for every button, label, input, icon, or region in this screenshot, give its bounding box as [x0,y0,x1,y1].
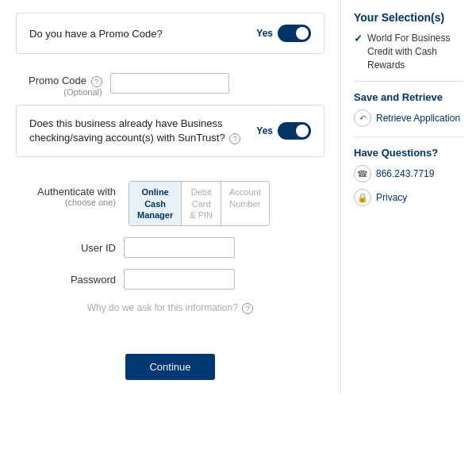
retrieve-icon: ↶ [354,109,371,127]
promo-code-input[interactable] [110,73,229,94]
promo-field-label-main: Promo Code ? [29,75,102,87]
promo-label-text: Promo Code [29,75,86,86]
business-info-icon[interactable]: ? [229,133,240,144]
phone-number: 866.243.7719 [376,168,434,179]
promo-toggle-container: Yes [256,25,311,42]
check-icon: ✓ [354,33,363,44]
user-id-row: User ID [29,237,312,258]
password-label: Password [29,274,116,286]
business-question: Does this business already have Business… [29,117,256,145]
user-id-label: User ID [29,242,116,254]
authenticate-section: Authenticate with (choose one) OnlineCas… [16,168,324,330]
selection-item: ✓ World For Business Credit with Cash Re… [354,32,463,71]
promo-toggle-thumb [296,27,309,40]
promo-question: Do you have a Promo Code? [29,28,163,40]
lock-icon: 🔒 [354,189,371,206]
sidebar-divider-2 [354,136,463,137]
authenticate-choose-one: (choose one) [29,198,116,207]
sidebar: Your Selection(s) ✓ World For Business C… [341,0,476,393]
privacy-item[interactable]: 🔒 Privacy [354,189,463,206]
business-toggle-container: Yes [256,122,311,140]
promo-toggle[interactable] [278,25,311,42]
promo-toggle-track [278,25,311,42]
promo-info-icon[interactable]: ? [91,76,102,87]
retrieve-application-item[interactable]: ↶ Retrieve Application [354,109,463,127]
promo-code-section: Do you have a Promo Code? Yes [16,13,324,54]
promo-field-label-block: Promo Code ? (Optional) [29,73,102,97]
auth-label-col: Authenticate with (choose one) [29,181,116,207]
selection-text: World For Business Credit with Cash Rewa… [367,32,463,71]
auth-row: Authenticate with (choose one) OnlineCas… [29,181,312,226]
business-toggle-yes-label: Yes [256,125,273,136]
authenticate-tabs: OnlineCashManager DebitCard& PIN Account… [129,181,270,226]
business-toggle[interactable] [278,122,311,140]
user-id-input[interactable] [124,237,235,258]
password-input[interactable] [124,269,235,290]
phone-icon: ☎ [354,165,371,182]
why-ask-text: Why do we ask for this information? [87,302,238,313]
promo-row: Do you have a Promo Code? Yes [29,25,311,42]
tab-account-number[interactable]: AccountNumber [221,182,269,225]
business-section: Does this business already have Business… [16,105,324,157]
business-toggle-track [278,122,311,140]
business-question-text: Does this business already have Business… [29,117,225,144]
authenticate-with-label: Authenticate with [29,186,116,198]
why-ask-row: Why do we ask for this information? ? [29,302,312,314]
tab-online-cash-manager[interactable]: OnlineCashManager [129,182,182,225]
promo-field-row: Promo Code ? (Optional) [16,65,324,105]
promo-toggle-yes-label: Yes [256,28,273,39]
have-questions-title: Have Questions? [354,147,463,159]
privacy-label: Privacy [376,192,407,203]
business-toggle-thumb [296,125,309,137]
retrieve-label: Retrieve Application [376,113,460,124]
phone-item[interactable]: ☎ 866.243.7719 [354,165,463,182]
continue-btn-row: Continue [16,354,324,380]
save-retrieve-title: Save and Retrieve [354,91,463,103]
continue-button[interactable]: Continue [125,354,214,380]
why-ask-icon[interactable]: ? [242,303,253,314]
password-row: Password [29,269,312,290]
business-row: Does this business already have Business… [29,117,311,145]
promo-optional-label: (Optional) [29,87,102,97]
main-content: Do you have a Promo Code? Yes Promo Code… [0,0,341,393]
tab-debit-card[interactable]: DebitCard& PIN [182,182,221,225]
your-selections-title: Your Selection(s) [354,11,463,24]
sidebar-divider-1 [354,81,463,82]
